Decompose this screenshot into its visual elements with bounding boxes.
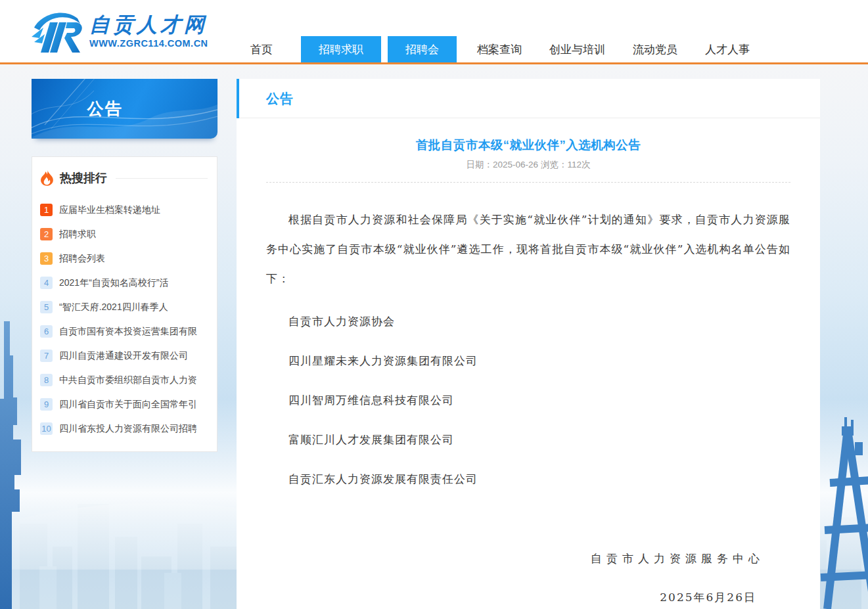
rank-badge: 3	[40, 252, 53, 265]
article-title: 首批自贡市本级“就业伙伴”入选机构公告	[266, 137, 790, 153]
hot-search-item[interactable]: 3 招聘会列表	[40, 246, 209, 271]
site-header: 自贡人才网 WWW.ZGRC114.COM.CN 首页 招聘求职 招聘会 档案查…	[0, 0, 868, 64]
date-value: 2025-06-26	[493, 160, 538, 169]
main-nav: 首页 招聘求职 招聘会 档案查询 创业与培训 流动党员 人才人事	[237, 36, 868, 62]
nav-startup-training[interactable]: 创业与培训	[536, 36, 619, 62]
rank-badge: 1	[40, 204, 53, 216]
views-label: 浏览：	[541, 160, 568, 169]
article-pub-date: 2025年6月26日	[266, 590, 790, 605]
content-panel: 公告 首批自贡市本级“就业伙伴”入选机构公告 日期：2025-06-26 浏览：…	[237, 79, 820, 609]
rank-badge: 7	[40, 350, 53, 362]
hot-search-item[interactable]: 1 应届毕业生档案转递地址	[40, 198, 209, 222]
header-rule	[116, 178, 208, 179]
announcement-banner: 公告	[32, 79, 217, 139]
page: 自贡人才网 WWW.ZGRC114.COM.CN 首页 招聘求职 招聘会 档案查…	[0, 0, 868, 609]
derrick-silhouette-left	[0, 321, 21, 609]
rank-badge: 8	[40, 374, 53, 386]
flame-icon	[40, 170, 54, 186]
hot-search-item[interactable]: 10 四川省东投人力资源有限公司招聘	[40, 417, 209, 441]
date-label: 日期：	[467, 160, 493, 169]
hot-search-item[interactable]: 9 四川省自贡市关于面向全国常年引	[40, 392, 209, 417]
hot-search-title: 热搜排行	[60, 170, 107, 186]
organization-item: 自贡汇东人力资源发展有限责任公司	[266, 459, 790, 499]
rank-badge: 9	[40, 398, 53, 411]
site-url: WWW.ZGRC114.COM.CN	[89, 38, 208, 49]
hot-search-item[interactable]: 5 “智汇天府.2021四川春季人	[40, 295, 209, 319]
rank-badge: 5	[40, 301, 53, 313]
hot-search-item[interactable]: 6 自贡市国有资本投资运营集团有限	[40, 319, 209, 344]
site-logo[interactable]: 自贡人才网 WWW.ZGRC114.COM.CN	[30, 8, 208, 54]
nav-talent-hr[interactable]: 人才人事	[691, 36, 764, 62]
hot-search-item[interactable]: 7 四川自贡港通建设开发有限公司	[40, 344, 209, 368]
hot-search-item[interactable]: 2 招聘求职	[40, 222, 209, 246]
hot-search-panel: 热搜排行 1 应届毕业生档案转递地址 2 招聘求职 3 招聘会列表 4	[32, 156, 217, 452]
organization-item: 富顺汇川人才发展集团有限公司	[266, 420, 790, 459]
derrick-silhouette-right	[818, 417, 868, 609]
sidebar: 公告 热搜排行 1 应届毕业生档案转递地址 2 招聘求职	[32, 79, 217, 452]
nav-archives[interactable]: 档案查询	[463, 36, 536, 62]
content-panel-header: 公告	[237, 79, 820, 118]
rank-badge: 4	[40, 277, 53, 289]
nav-jobs[interactable]: 招聘求职	[301, 36, 381, 62]
article-intro: 根据自贡市人力资源和社会保障局《关于实施“就业伙伴”计划的通知》要求，自贡市人力…	[266, 205, 790, 294]
hot-search-header: 热搜排行	[32, 157, 217, 195]
article-signature: 自贡市人力资源服务中心	[266, 551, 790, 566]
banner-title: 公告	[32, 79, 217, 139]
views-value: 112次	[567, 160, 590, 169]
site-name: 自贡人才网	[89, 13, 208, 35]
article-body: 根据自贡市人力资源和社会保障局《关于实施“就业伙伴”计划的通知》要求，自贡市人力…	[266, 205, 790, 605]
nav-job-fair[interactable]: 招聘会	[388, 36, 457, 62]
organization-list: 自贡市人力资源协会 四川星耀未来人力资源集团有限公司 四川智周万维信息科技有限公…	[266, 302, 790, 499]
nav-home[interactable]: 首页	[237, 36, 286, 62]
rank-badge: 6	[40, 325, 53, 338]
rank-badge: 10	[40, 422, 53, 435]
organization-item: 自贡市人力资源协会	[266, 302, 790, 341]
nav-mobile-party-members[interactable]: 流动党员	[619, 36, 691, 62]
organization-item: 四川星耀未来人力资源集团有限公司	[266, 341, 790, 380]
section-title: 公告	[266, 79, 294, 118]
article-meta: 日期：2025-06-26 浏览：112次	[266, 159, 790, 171]
hot-search-item[interactable]: 8 中共自贡市委组织部自贡市人力资	[40, 368, 209, 392]
hot-search-list: 1 应届毕业生档案转递地址 2 招聘求职 3 招聘会列表 4 2021年“自贡知…	[32, 195, 217, 442]
hot-search-item[interactable]: 4 2021年“自贡知名高校行”活	[40, 271, 209, 295]
site-logo-icon	[30, 8, 84, 54]
article: 首批自贡市本级“就业伙伴”入选机构公告 日期：2025-06-26 浏览：112…	[237, 137, 820, 605]
rank-badge: 2	[40, 228, 53, 240]
organization-item: 四川智周万维信息科技有限公司	[266, 380, 790, 420]
dashed-divider	[266, 182, 790, 183]
accent-bar	[237, 79, 239, 118]
